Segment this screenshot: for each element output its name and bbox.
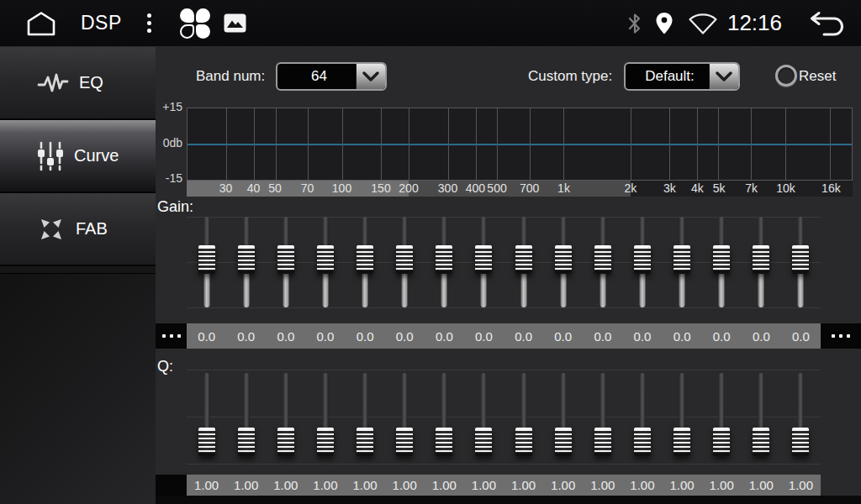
band-num-dropdown[interactable]: 64 [276, 62, 387, 91]
slider-track [560, 373, 566, 432]
slider-knob[interactable] [277, 428, 294, 456]
gain-band-slider[interactable] [346, 210, 385, 311]
slider-knob[interactable] [594, 245, 611, 274]
wifi-icon[interactable] [687, 12, 719, 35]
freq-gridline [697, 108, 698, 180]
bluetooth-icon[interactable] [628, 13, 642, 34]
q-band-slider[interactable] [346, 370, 385, 466]
frequency-axis: 304050701001502003004005007001k2k3k4k5k7… [187, 181, 853, 197]
slider-fill [639, 272, 645, 307]
gain-scroll-left-button[interactable] [156, 323, 187, 349]
back-icon[interactable] [807, 10, 846, 37]
q-band-slider[interactable] [781, 370, 821, 466]
freq-tick-label: 3k [663, 181, 676, 197]
slider-track [283, 373, 288, 432]
gain-band-slider[interactable] [504, 210, 543, 311]
q-value: 1.00 [543, 475, 583, 496]
sidebar-item-fab[interactable]: FAB [0, 193, 156, 266]
sidebar-item-curve[interactable]: Curve [0, 120, 156, 193]
q-band-slider[interactable] [583, 370, 622, 466]
gain-band-slider[interactable] [464, 210, 504, 311]
freq-tick-label: 500 [487, 181, 506, 197]
slider-knob[interactable] [475, 245, 492, 274]
custom-type-dropdown[interactable]: Default: [624, 62, 740, 91]
q-band-slider[interactable] [464, 370, 504, 466]
gain-band-slider[interactable] [226, 210, 266, 311]
freq-tick-label: 700 [520, 181, 539, 197]
band-num-value: 64 [277, 64, 356, 89]
home-icon[interactable] [24, 9, 59, 38]
gain-scroll-right-button[interactable] [821, 323, 861, 349]
custom-type-label: Custom type: [528, 68, 612, 85]
q-band-slider[interactable] [504, 370, 543, 466]
slider-fill [402, 272, 408, 307]
slider-knob[interactable] [238, 428, 255, 456]
launcher-clover-icon[interactable] [180, 8, 210, 39]
slider-knob[interactable] [198, 428, 215, 456]
slider-knob[interactable] [515, 428, 532, 456]
slider-knob[interactable] [673, 245, 690, 274]
sidebar-item-eq[interactable]: EQ [0, 47, 156, 120]
slider-knob[interactable] [555, 428, 572, 456]
overflow-menu-icon[interactable] [144, 10, 155, 36]
slider-knob[interactable] [436, 245, 452, 274]
q-band-slider[interactable] [385, 370, 425, 466]
slider-knob[interactable] [357, 428, 373, 456]
slider-knob[interactable] [317, 428, 334, 456]
location-icon[interactable] [655, 12, 673, 35]
gain-band-slider[interactable] [622, 210, 662, 311]
slider-knob[interactable] [753, 245, 769, 274]
slider-knob[interactable] [238, 245, 255, 274]
gallery-icon[interactable] [224, 13, 246, 33]
q-band-slider[interactable] [543, 370, 583, 466]
slider-knob[interactable] [634, 428, 651, 456]
slider-knob[interactable] [792, 428, 809, 456]
gain-band-slider[interactable] [425, 210, 464, 311]
slider-knob[interactable] [436, 428, 452, 456]
freq-gridline [342, 108, 343, 180]
reset-radio[interactable] [775, 65, 797, 87]
q-band-slider[interactable] [266, 370, 305, 466]
gain-band-slider[interactable] [781, 210, 821, 311]
q-band-slider[interactable] [663, 370, 702, 466]
slider-knob[interactable] [555, 245, 572, 274]
gain-band-slider[interactable] [742, 210, 781, 311]
q-band-slider[interactable] [742, 370, 781, 466]
freq-gridline [785, 108, 786, 180]
slider-knob[interactable] [753, 428, 769, 456]
slider-knob[interactable] [515, 245, 532, 274]
gain-band-slider[interactable] [385, 210, 425, 311]
slider-knob[interactable] [396, 428, 413, 456]
q-band-slider[interactable] [425, 370, 464, 466]
q-band-slider[interactable] [702, 370, 742, 466]
slider-knob[interactable] [396, 245, 413, 274]
slider-knob[interactable] [713, 428, 730, 456]
freq-gridline [669, 108, 670, 180]
slider-knob[interactable] [475, 428, 492, 456]
slider-knob[interactable] [713, 245, 730, 274]
gain-band-slider[interactable] [702, 210, 742, 311]
slider-track [798, 373, 804, 432]
gain-band-slider[interactable] [266, 210, 305, 311]
slider-knob[interactable] [357, 245, 373, 274]
gain-value: 0.0 [583, 323, 622, 349]
gain-band-slider[interactable] [305, 210, 345, 311]
slider-knob[interactable] [634, 245, 651, 274]
slider-knob[interactable] [198, 245, 215, 274]
slider-knob[interactable] [792, 245, 809, 274]
gain-band-slider[interactable] [663, 210, 702, 311]
slider-knob[interactable] [673, 428, 690, 456]
gain-band-slider[interactable] [187, 210, 226, 311]
slider-knob[interactable] [594, 428, 611, 456]
gain-band-slider[interactable] [543, 210, 583, 311]
q-band-slider[interactable] [226, 370, 266, 466]
q-band-slider[interactable] [305, 370, 345, 466]
gain-band-slider[interactable] [583, 210, 622, 311]
q-band-slider[interactable] [622, 370, 662, 466]
q-band-slider[interactable] [187, 370, 226, 466]
slider-knob[interactable] [317, 245, 334, 274]
slider-track [402, 373, 408, 432]
freq-gridline [226, 108, 227, 180]
reset-label[interactable]: Reset [799, 68, 836, 85]
slider-knob[interactable] [277, 245, 294, 274]
